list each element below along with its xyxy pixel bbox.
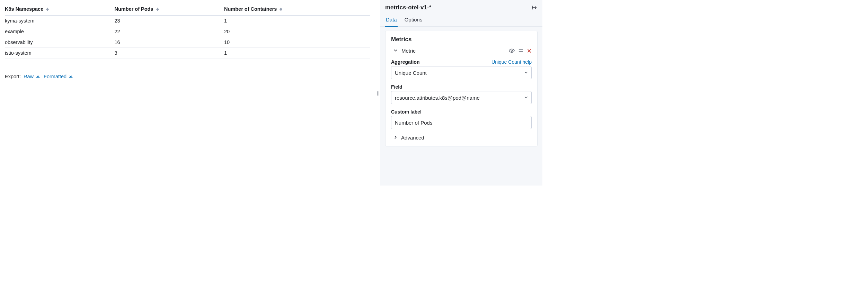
toggle-visibility-icon[interactable]	[509, 48, 515, 54]
table-row[interactable]: example2220	[5, 26, 370, 37]
field-label: Field	[391, 84, 402, 90]
svg-point-0	[511, 50, 512, 51]
export-raw-link[interactable]: Raw	[24, 74, 42, 79]
sort-icon	[280, 8, 282, 11]
custom-label-input[interactable]	[391, 116, 532, 129]
col-header-label: K8s Namespace	[5, 6, 43, 12]
col-header-label: Number of Containers	[224, 6, 277, 12]
aggregation-value: Unique Count	[395, 70, 427, 76]
collapse-panel-icon[interactable]	[531, 4, 538, 11]
table-cell: 22	[115, 26, 224, 37]
table-cell: 16	[115, 37, 224, 48]
table-row[interactable]: kyma-system231	[5, 16, 370, 26]
field-value: resource.attributes.k8s@pod@name	[395, 95, 480, 101]
table-cell: 1	[224, 16, 370, 26]
panel-title: Metrics	[391, 36, 532, 43]
aggregation-label: Aggregation	[391, 59, 419, 65]
table-cell: 10	[224, 37, 370, 48]
sort-icon	[46, 8, 49, 11]
sidebar-title: metrics-otel-v1-*	[385, 4, 431, 11]
metric-header[interactable]: Metric	[391, 47, 532, 57]
table-cell: 20	[224, 26, 370, 37]
table-row[interactable]: istio-system31	[5, 48, 370, 58]
advanced-toggle[interactable]: Advanced	[391, 135, 532, 141]
sidebar-tabs: Data Options	[380, 11, 542, 27]
table-row[interactable]: observability1610	[5, 37, 370, 48]
export-label: Export:	[5, 74, 21, 79]
export-raw-label: Raw	[24, 74, 34, 79]
metrics-panel: Metrics Metric	[385, 31, 538, 146]
export-row: Export: Raw Formatted	[5, 74, 370, 79]
col-header-label: Number of Pods	[115, 6, 153, 12]
results-table: K8s Namespace Number of Pods	[5, 6, 370, 58]
metric-label: Metric	[401, 48, 416, 54]
aggregation-help-link[interactable]: Unique Count help	[491, 59, 532, 65]
sidebar: metrics-otel-v1-* Data Options Metrics M…	[380, 0, 542, 186]
advanced-label: Advanced	[401, 135, 424, 141]
table-cell: 23	[115, 16, 224, 26]
chevron-down-icon	[393, 48, 398, 54]
remove-icon[interactable]	[527, 48, 532, 53]
col-header-namespace[interactable]: K8s Namespace	[5, 6, 115, 16]
sort-icon	[156, 8, 159, 11]
tab-options[interactable]: Options	[404, 15, 423, 27]
export-formatted-label: Formatted	[44, 74, 67, 79]
aggregation-select[interactable]: Unique Count	[391, 66, 532, 79]
col-header-containers[interactable]: Number of Containers	[224, 6, 370, 16]
table-cell: kyma-system	[5, 16, 115, 26]
chevron-right-icon	[393, 135, 398, 141]
download-icon	[69, 74, 73, 79]
table-cell: 1	[224, 48, 370, 58]
table-cell: observability	[5, 37, 115, 48]
col-header-pods[interactable]: Number of Pods	[115, 6, 224, 16]
table-cell: 3	[115, 48, 224, 58]
drag-handle-icon[interactable]	[518, 48, 523, 53]
download-icon	[36, 74, 42, 79]
field-select[interactable]: resource.attributes.k8s@pod@name	[391, 91, 532, 104]
tab-data[interactable]: Data	[385, 15, 398, 27]
main-content: K8s Namespace Number of Pods	[0, 0, 375, 186]
export-formatted-link[interactable]: Formatted	[44, 74, 73, 79]
custom-label-label: Custom label	[391, 109, 422, 115]
table-cell: istio-system	[5, 48, 115, 58]
table-cell: example	[5, 26, 115, 37]
pane-splitter[interactable]: ||	[375, 0, 380, 186]
